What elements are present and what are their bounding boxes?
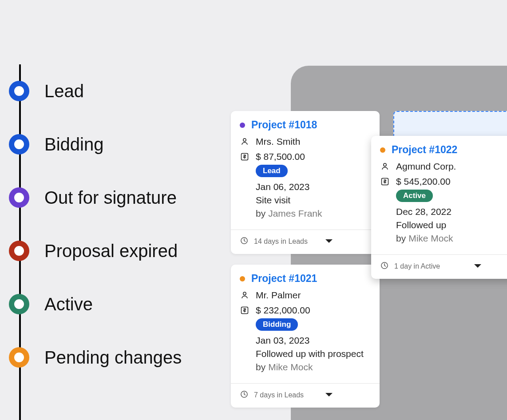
person-icon	[380, 161, 390, 171]
legend-item-out-for-signature[interactable]: Out for signature	[9, 171, 182, 224]
activity-by: byMike Mock	[256, 362, 364, 372]
status-badge: Active	[396, 190, 433, 202]
legend-label: Bidding	[44, 135, 103, 155]
status-dot-icon	[240, 276, 245, 281]
money-icon	[240, 305, 250, 315]
legend-label: Lead	[44, 81, 84, 101]
project-card-1018[interactable]: Project #1018 Mrs. Smith $ 87,500.00 Lea…	[231, 111, 380, 254]
client-name: Mrs. Smith	[256, 136, 300, 147]
amount-value: $ 87,500.00	[256, 151, 305, 162]
card-footer[interactable]: 7 days in Leads	[231, 383, 380, 408]
money-icon	[380, 176, 390, 186]
status-badge: Lead	[256, 165, 288, 177]
activity-note: Site visit	[256, 195, 322, 206]
legend-dot	[9, 294, 29, 314]
days-in-stage: 1 day in Active	[394, 262, 440, 270]
person-icon	[240, 290, 250, 300]
status-dot-icon	[240, 123, 245, 128]
legend-dot	[9, 81, 29, 101]
activity-date: Dec 28, 2022	[396, 206, 453, 217]
chevron-down-icon[interactable]	[325, 238, 333, 246]
chevron-down-icon[interactable]	[473, 262, 482, 270]
project-card-1021[interactable]: Project #1021 Mr. Palmer $ 232,000.00 Bi…	[231, 265, 380, 408]
person-icon	[240, 136, 250, 146]
legend-item-proposal-expired[interactable]: Proposal expired	[9, 224, 182, 277]
legend-item-lead[interactable]: Lead	[9, 64, 182, 118]
client-name: Mr. Palmer	[256, 290, 301, 301]
clock-icon	[380, 261, 389, 272]
days-in-stage: 14 days in Leads	[254, 238, 308, 246]
legend-item-active[interactable]: Active	[9, 277, 182, 331]
clock-icon	[240, 236, 249, 247]
project-title-link[interactable]: Project #1018	[251, 119, 317, 131]
project-title-link[interactable]: Project #1022	[392, 144, 457, 156]
legend-dot	[9, 134, 29, 155]
activity-note: Followed up with prospect	[256, 349, 364, 359]
chevron-down-icon[interactable]	[325, 391, 333, 399]
activity-date: Jan 06, 2023	[256, 182, 322, 192]
activity-by: byJames Frank	[256, 208, 322, 219]
status-legend: Lead Bidding Out for signature Proposal …	[9, 64, 182, 384]
legend-dot	[9, 187, 29, 208]
clock-icon	[240, 390, 249, 400]
amount-value: $ 545,200.00	[396, 176, 451, 187]
card-footer[interactable]: 14 days in Leads	[231, 230, 380, 254]
card-footer[interactable]: 1 day in Active	[371, 254, 507, 279]
status-dot-icon	[380, 147, 385, 153]
activity-date: Jan 03, 2023	[256, 335, 364, 346]
legend-label: Proposal expired	[44, 241, 178, 261]
money-icon	[240, 151, 250, 161]
status-badge: Bidding	[256, 318, 298, 331]
activity-by: byMike Mock	[396, 233, 453, 244]
legend-label: Active	[44, 294, 93, 314]
legend-label: Pending changes	[44, 348, 182, 368]
legend-dot	[9, 241, 29, 261]
legend-dot	[9, 347, 29, 368]
legend-item-pending-changes[interactable]: Pending changes	[9, 331, 182, 384]
legend-label: Out for signature	[44, 188, 177, 208]
project-card-1022[interactable]: Project #1022 Agmund Corp. $ 545,200.00 …	[371, 136, 507, 279]
client-name: Agmund Corp.	[396, 161, 456, 172]
days-in-stage: 7 days in Leads	[254, 391, 304, 399]
project-title-link[interactable]: Project #1021	[251, 273, 317, 285]
amount-value: $ 232,000.00	[256, 305, 310, 316]
legend-item-bidding[interactable]: Bidding	[9, 118, 182, 171]
activity-note: Followed up	[396, 220, 453, 230]
